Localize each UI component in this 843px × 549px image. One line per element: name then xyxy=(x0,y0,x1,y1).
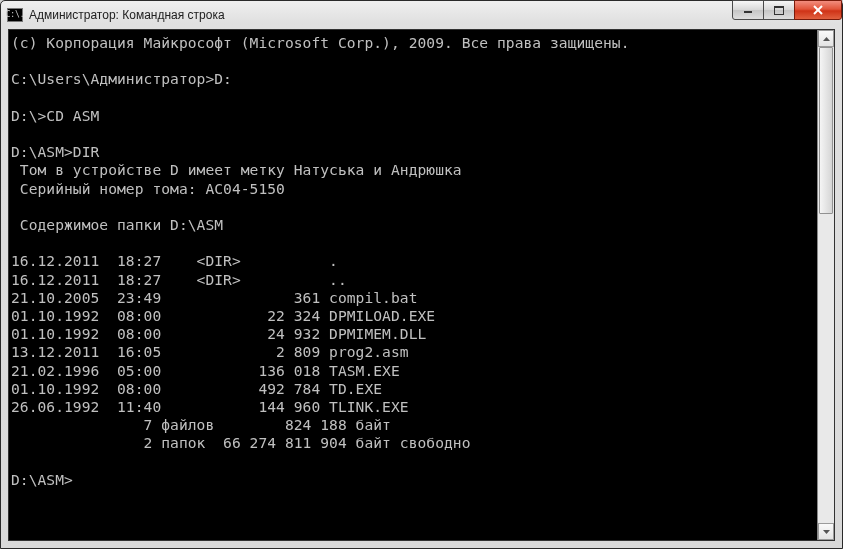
volume-label: Том в устройстве D имеет метку Натуська … xyxy=(11,161,462,178)
window-controls xyxy=(733,0,842,20)
prompt-line: C:\Users\Администратор>D: xyxy=(11,70,232,87)
dir-row: 13.12.2011 16:05 2 809 prog2.asm xyxy=(11,343,409,360)
maximize-icon xyxy=(774,6,784,15)
client-area: (c) Корпорация Майкрософт (Microsoft Cor… xyxy=(8,29,835,541)
scrollbar-thumb[interactable] xyxy=(819,47,833,214)
scroll-up-button[interactable] xyxy=(818,30,834,47)
svg-marker-5 xyxy=(823,37,830,41)
summary-files: 7 файлов 824 188 байт xyxy=(11,416,391,433)
svg-rect-2 xyxy=(774,6,784,8)
app-icon: C:\. xyxy=(7,8,23,22)
dir-row: 01.10.1992 08:00 22 324 DPMILOAD.EXE xyxy=(11,307,435,324)
copyright-line: (c) Корпорация Майкрософт (Microsoft Cor… xyxy=(11,34,630,51)
close-button[interactable] xyxy=(794,0,842,20)
maximize-button[interactable] xyxy=(763,0,795,20)
dir-row: 01.10.1992 08:00 492 784 TD.EXE xyxy=(11,380,382,397)
titlebar[interactable]: C:\. Администратор: Командная строка xyxy=(1,1,842,29)
dir-row: 16.12.2011 18:27 <DIR> .. xyxy=(11,271,347,288)
command-prompt-window: C:\. Администратор: Командная строка (c)… xyxy=(0,0,843,549)
vertical-scrollbar[interactable] xyxy=(817,30,834,540)
dir-row: 01.10.1992 08:00 24 932 DPMIMEM.DLL xyxy=(11,325,426,342)
dir-row: 16.12.2011 18:27 <DIR> . xyxy=(11,252,338,269)
volume-serial: Серийный номер тома: AC04-5150 xyxy=(11,180,285,197)
minimize-button[interactable] xyxy=(732,0,764,20)
close-icon xyxy=(812,5,824,15)
console-output[interactable]: (c) Корпорация Майкрософт (Microsoft Cor… xyxy=(9,30,817,540)
summary-dirs: 2 папок 66 274 811 904 байт свободно xyxy=(11,434,470,451)
prompt-line: D:\ASM> xyxy=(11,471,73,488)
svg-rect-0 xyxy=(744,11,752,13)
chevron-down-icon xyxy=(823,530,830,534)
window-title: Администратор: Командная строка xyxy=(29,8,225,22)
minimize-icon xyxy=(743,6,753,14)
scroll-down-button[interactable] xyxy=(818,523,834,540)
prompt-line: D:\ASM>DIR xyxy=(11,143,99,160)
dir-row: 21.10.2005 23:49 361 compil.bat xyxy=(11,289,417,306)
prompt-line: D:\>CD ASM xyxy=(11,107,99,124)
dir-header: Содержимое папки D:\ASM xyxy=(11,216,223,233)
svg-marker-6 xyxy=(823,530,830,534)
dir-row: 21.02.1996 05:00 136 018 TASM.EXE xyxy=(11,362,400,379)
dir-row: 26.06.1992 11:40 144 960 TLINK.EXE xyxy=(11,398,409,415)
chevron-up-icon xyxy=(823,37,830,41)
scrollbar-track[interactable] xyxy=(818,47,834,523)
